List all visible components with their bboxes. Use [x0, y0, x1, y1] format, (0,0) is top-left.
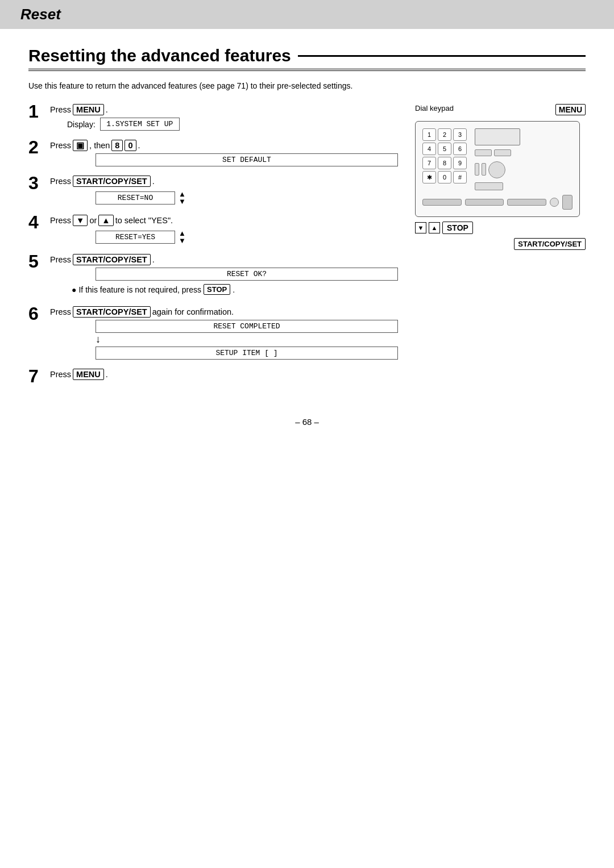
step-1-period: . — [106, 105, 108, 114]
step-6-startcopy-key: START/COPY/SET — [73, 306, 151, 318]
small-rect-btn — [475, 163, 479, 176]
bottom-tall-btn — [562, 195, 572, 210]
bottom-btn-1 — [422, 199, 462, 206]
step-2-text: Press ▣ , then 8 0 . — [50, 140, 398, 151]
bullet-after: . — [233, 285, 235, 294]
step-3-number: 3 — [28, 173, 50, 193]
step-3-startcopy-key: START/COPY/SET — [73, 176, 151, 187]
step-7: 7 Press MENU . — [28, 369, 398, 386]
step-4-press: Press — [50, 216, 71, 225]
step-2-press: Press — [50, 141, 71, 150]
keypad-section: 1 2 3 4 5 6 7 8 9 ✱ 0 # — [422, 128, 572, 190]
key-4: 4 — [422, 143, 436, 155]
step-7-content: Press MENU . — [50, 369, 398, 382]
step-3-content: Press START/COPY/SET . RESET=NO ▲ ▼ — [50, 176, 398, 207]
step-5-display: RESET OK? — [96, 268, 398, 281]
step-4-or: or — [89, 216, 97, 225]
dial-keypad-label: Dial keypad — [415, 104, 454, 115]
side-buttons — [475, 149, 572, 156]
step-3-arrows: ▲ ▼ — [179, 190, 186, 205]
device-screen — [475, 128, 520, 145]
key-0: 0 — [438, 171, 451, 183]
step-5-startcopy-key: START/COPY/SET — [73, 254, 151, 265]
step-5-bullet: ● If this feature is not required, press… — [72, 284, 398, 295]
small-rect-btn-2 — [482, 163, 486, 176]
step-1: 1 Press MENU . Display: 1.SYSTEM SET UP — [28, 104, 398, 132]
step-2-content: Press ▣ , then 8 0 . SET DEFAULT — [50, 140, 398, 168]
step-1-display-value: 1.SYSTEM SET UP — [100, 118, 180, 131]
step-7-menu-key: MENU — [73, 369, 104, 380]
step-3-display-row: RESET=NO ▲ ▼ — [50, 189, 398, 206]
header-tab: Reset — [0, 0, 614, 29]
step-3-period: . — [152, 177, 155, 186]
step-4: 4 Press ▼ or ▲ to select "YES". RESET=YE… — [28, 215, 398, 246]
step-6-display1: RESET COMPLETED — [96, 320, 398, 333]
header-title: Reset — [20, 6, 61, 23]
bottom-btn-2 — [465, 199, 504, 206]
steps-area: 1 Press MENU . Display: 1.SYSTEM SET UP … — [28, 104, 586, 394]
step-2-then: , then — [89, 141, 110, 150]
step-2-number: 2 — [28, 137, 50, 157]
key-6: 6 — [453, 143, 467, 155]
step-5-stop-key: STOP — [204, 284, 230, 295]
key-8: 8 — [438, 157, 451, 169]
bottom-btn-row — [422, 195, 572, 210]
device-right-controls — [472, 128, 572, 190]
steps-right: Dial keypad MENU 1 2 3 4 5 6 7 8 — [415, 104, 586, 394]
step-1-press: Press — [50, 105, 71, 114]
step-4-display-row: RESET=YES ▲ ▼ — [50, 228, 398, 245]
up-arrow-btn: ▲ — [429, 222, 440, 233]
step-4-display: RESET=YES — [96, 231, 175, 244]
side-btn-2 — [494, 149, 511, 156]
page-title: Resetting the advanced features — [28, 46, 586, 71]
key-star: ✱ — [422, 171, 436, 183]
step-6-content: Press START/COPY/SET again for confirmat… — [50, 306, 398, 361]
step-4-arrows: ▲ ▼ — [179, 229, 186, 244]
step-5-press: Press — [50, 255, 71, 264]
step-1-display-label: Display: — [67, 120, 96, 129]
step-7-text: Press MENU . — [50, 369, 398, 380]
bottom-btn-3 — [507, 199, 546, 206]
down-arrow-btn: ▼ — [415, 222, 426, 233]
side-btn-1 — [475, 149, 492, 156]
step-2-key1: ▣ — [73, 140, 88, 151]
steps-left: 1 Press MENU . Display: 1.SYSTEM SET UP … — [28, 104, 398, 394]
step-1-content: Press MENU . Display: 1.SYSTEM SET UP — [50, 104, 398, 132]
key-1: 1 — [422, 128, 436, 141]
step-2-period: . — [138, 141, 140, 150]
step-7-number: 7 — [28, 366, 50, 386]
step-4-number: 4 — [28, 212, 50, 232]
down-arrow-2-icon: ▼ — [179, 237, 186, 244]
key-7: 7 — [422, 157, 436, 169]
menu-label: MENU — [555, 104, 586, 115]
start-copy-set-label: START/COPY/SET — [514, 238, 586, 250]
step-1-text: Press MENU . — [50, 104, 398, 115]
down-arrow-icon: ▼ — [179, 198, 186, 205]
step-5-period: . — [152, 255, 155, 264]
step-6: 6 Press START/COPY/SET again for confirm… — [28, 306, 398, 361]
round-knob — [488, 161, 505, 178]
step-1-menu-key: MENU — [73, 104, 104, 115]
keypad-grid: 1 2 3 4 5 6 7 8 9 ✱ 0 # — [422, 128, 467, 183]
step-6-down-arrow: ↓ — [96, 334, 398, 344]
step-5-content: Press START/COPY/SET . RESET OK? ● If th… — [50, 254, 398, 298]
bullet-dot: ● — [72, 285, 76, 294]
diagram-labels-row: Dial keypad MENU — [415, 104, 586, 115]
step-2-key2: 8 — [111, 140, 123, 151]
step-2: 2 Press ▣ , then 8 0 . SET DEFAULT — [28, 140, 398, 168]
step-3-text: Press START/COPY/SET . — [50, 176, 398, 187]
knob-row — [475, 160, 572, 178]
bottom-circle-btn — [550, 198, 559, 207]
step-4-select: to select "YES". — [115, 216, 173, 225]
key-hash: # — [453, 171, 467, 183]
step-3-display: RESET=NO — [96, 191, 175, 205]
device-diagram: 1 2 3 4 5 6 7 8 9 ✱ 0 # — [415, 121, 580, 217]
start-copy-set-area: START/COPY/SET — [415, 239, 586, 248]
step-7-period: . — [106, 370, 108, 379]
bullet-text: If this feature is not required, press — [78, 285, 201, 294]
step-4-content: Press ▼ or ▲ to select "YES". RESET=YES … — [50, 215, 398, 246]
page-content: Resetting the advanced features Use this… — [0, 29, 614, 455]
step-6-number: 6 — [28, 304, 50, 324]
step-4-text: Press ▼ or ▲ to select "YES". — [50, 215, 398, 226]
step-4-down-key: ▼ — [73, 215, 88, 226]
